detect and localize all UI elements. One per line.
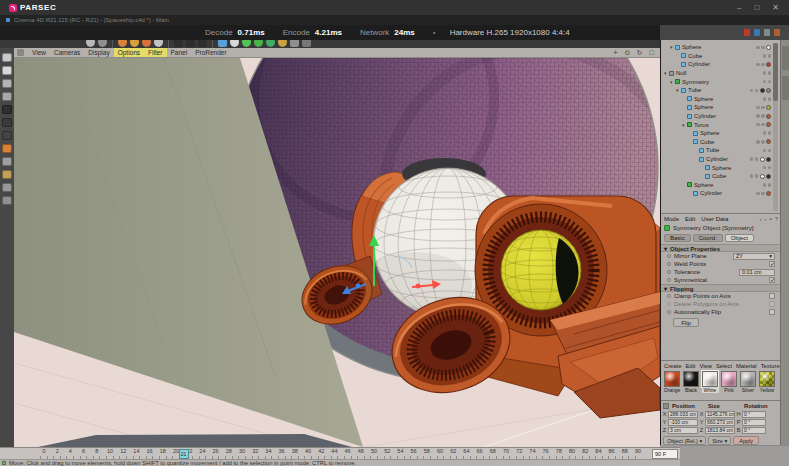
object-row[interactable]: Cylinder <box>661 189 773 198</box>
display-mode-icon[interactable] <box>302 40 311 47</box>
checkbox-weld-points[interactable]: ✓ <box>769 261 775 267</box>
scrollbar-thumb[interactable] <box>773 43 778 101</box>
generator-icon[interactable] <box>254 40 263 47</box>
material-tag-icon[interactable] <box>766 139 771 144</box>
attribute-nav-icon[interactable]: ‹ <box>760 216 762 222</box>
deformer-icon[interactable] <box>266 40 275 47</box>
render-dot[interactable] <box>755 89 759 93</box>
visibility-dot[interactable] <box>763 183 767 187</box>
primitive-cube-icon[interactable] <box>218 40 227 47</box>
checkbox-automatically-flip[interactable] <box>769 309 775 315</box>
eye-lens[interactable] <box>501 230 581 310</box>
visibility-dot[interactable] <box>763 80 767 84</box>
checkbox-symmetrical[interactable]: ✓ <box>769 277 775 283</box>
section-header[interactable]: ▾Object Properties <box>661 244 781 252</box>
keyframe-dot[interactable] <box>667 254 671 258</box>
layout-icon[interactable] <box>744 29 750 36</box>
render-dot[interactable] <box>761 123 765 127</box>
keyframe-dot[interactable] <box>667 278 671 282</box>
object-row[interactable]: Cylinder <box>661 60 773 69</box>
object-manager-scrollbar[interactable] <box>773 43 778 211</box>
size-input[interactable]: 660.273 cm <box>705 419 735 426</box>
quantize-icon[interactable] <box>2 183 12 192</box>
subdivision-surface-icon[interactable] <box>242 40 251 47</box>
workplane-lock-icon[interactable] <box>2 196 12 205</box>
render-dot[interactable] <box>755 157 759 161</box>
render-dot[interactable] <box>761 63 765 67</box>
keyframe-dot[interactable] <box>667 310 671 314</box>
render-dot[interactable] <box>768 183 772 187</box>
viewport-menu-cameras[interactable]: Cameras <box>50 48 84 57</box>
viewport-menu-display[interactable]: Display <box>84 48 113 57</box>
material-swatch[interactable] <box>759 371 775 387</box>
object-row[interactable]: Sphere <box>661 95 773 104</box>
rotation-input[interactable]: 0 ° <box>742 419 766 426</box>
keyframe-dot[interactable] <box>667 302 671 306</box>
apply-button[interactable]: Apply <box>733 436 759 445</box>
axis-mode-icon[interactable] <box>2 144 12 153</box>
camera-icon[interactable] <box>290 40 299 47</box>
viewport-menu-panel[interactable]: Panel <box>167 48 192 57</box>
attribute-nav-icon[interactable]: ? <box>775 216 778 222</box>
snap-icon[interactable] <box>2 170 12 179</box>
render-region-icon[interactable] <box>186 40 195 47</box>
material-menu-create[interactable]: Create <box>664 363 681 369</box>
pan-view-icon[interactable]: + <box>611 48 620 57</box>
object-row[interactable]: Sphere <box>661 163 773 172</box>
material-menu-texture[interactable]: Texture <box>761 363 780 369</box>
material-tag-icon[interactable] <box>766 174 771 179</box>
zoom-view-icon[interactable]: ⊙ <box>623 48 632 57</box>
attribute-menu-mode[interactable]: Mode <box>664 216 679 222</box>
tab-basic[interactable]: Basic <box>664 234 691 242</box>
texture-mode-icon[interactable] <box>2 79 12 88</box>
object-row[interactable]: ▾Sphere <box>661 43 773 52</box>
rotate-view-icon[interactable]: ↻ <box>635 48 644 57</box>
material-swatch[interactable] <box>740 371 756 387</box>
viewport-menu-filter[interactable]: Filter <box>144 48 166 57</box>
tab-object[interactable]: Object <box>725 234 754 242</box>
attribute-nav-icon[interactable]: ▪ <box>770 216 772 222</box>
attribute-nav-icon[interactable]: › <box>765 216 767 222</box>
rotate-tool-icon[interactable] <box>142 40 151 47</box>
visibility-dot[interactable] <box>763 166 767 170</box>
maximize-button[interactable]: □ <box>754 0 759 15</box>
layout-icon[interactable] <box>774 29 780 36</box>
environment-icon[interactable] <box>278 40 287 47</box>
position-input[interactable]: -100 cm <box>668 419 698 426</box>
visibility-dot[interactable] <box>763 131 767 135</box>
material-swatch[interactable] <box>664 371 680 387</box>
layout-icon[interactable] <box>754 29 760 36</box>
render-dot[interactable] <box>768 166 772 170</box>
tab-coord[interactable]: Coord. <box>693 234 723 242</box>
visibility-dot[interactable] <box>750 157 754 161</box>
visibility-dot[interactable] <box>763 97 767 101</box>
visibility-dot[interactable] <box>756 123 760 127</box>
scale-tool-icon[interactable] <box>130 40 139 47</box>
material-tag-icon[interactable] <box>760 174 765 179</box>
object-row[interactable]: Cube <box>661 172 773 181</box>
material-menu-select[interactable]: Select <box>716 363 732 369</box>
last-tool-icon[interactable] <box>154 40 163 47</box>
material-tag-icon[interactable] <box>760 157 765 162</box>
visibility-dot[interactable] <box>756 140 760 144</box>
viewport-menu-icon[interactable] <box>17 49 24 56</box>
size-input[interactable]: 1813.84 cm <box>705 427 735 434</box>
checkbox-clamp-points-on-axis[interactable] <box>769 293 775 299</box>
checkbox-delete-polygons-on-axis[interactable] <box>769 301 775 307</box>
panel-tab[interactable] <box>782 46 789 70</box>
render-dot[interactable] <box>761 140 765 144</box>
render-dot[interactable] <box>761 114 765 118</box>
render-dot[interactable] <box>761 106 765 110</box>
viewport-3d[interactable] <box>14 58 660 447</box>
visibility-dot[interactable] <box>756 46 760 50</box>
move-tool-icon[interactable] <box>118 40 127 47</box>
keyframe-dot[interactable] <box>667 262 671 266</box>
timeline-playhead[interactable]: 21 <box>179 449 189 459</box>
panel-tab[interactable] <box>782 76 789 100</box>
toggle-view-icon[interactable]: □ <box>647 48 656 57</box>
position-input[interactable]: 288.033 cm <box>668 411 698 418</box>
material-tag-icon[interactable] <box>766 45 771 50</box>
dropdown-mirror-plane[interactable]: ZY▾ <box>733 253 775 260</box>
material-tag-icon[interactable] <box>766 88 771 93</box>
object-row[interactable]: Cylinder <box>661 112 773 121</box>
